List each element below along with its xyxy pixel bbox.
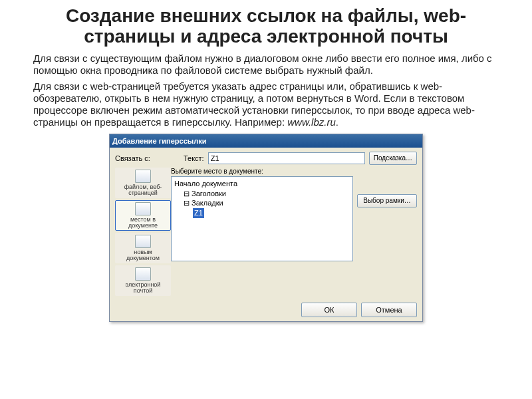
link-to-sidebar: файлом, веб-страницей местом в документе…	[115, 168, 167, 296]
tree-bookmarks[interactable]: ⊟ Закладки	[174, 198, 350, 208]
tree-headings[interactable]: ⊟ Заголовки	[174, 189, 350, 199]
sidebar-item-file-web[interactable]: файлом, веб-страницей	[115, 168, 171, 198]
text-input[interactable]: Z1	[208, 152, 365, 164]
document-target-icon	[135, 202, 151, 215]
sidebar-item-new-document[interactable]: новым документом	[115, 233, 171, 263]
envelope-icon	[135, 267, 151, 281]
link-to-label: Связать с:	[115, 154, 150, 162]
cancel-button[interactable]: Отмена	[361, 303, 417, 317]
tree-bookmark-z1[interactable]: Z1	[174, 208, 350, 218]
text-label: Текст:	[184, 154, 204, 162]
hyperlink-dialog: Добавление гиперссылки Связать с: Текст:…	[109, 134, 423, 322]
tree-root[interactable]: Начало документа	[174, 179, 350, 189]
new-document-icon	[135, 235, 151, 248]
sidebar-item-email[interactable]: электронной почтой	[115, 265, 171, 296]
hint-button[interactable]: Подсказка…	[369, 152, 417, 165]
paragraph-2-text: Для связи с web-страницей требуется указ…	[33, 80, 475, 128]
paragraph-2: Для связи с web-страницей требуется указ…	[33, 80, 499, 128]
globe-page-icon	[135, 170, 151, 183]
dialog-title: Добавление гиперссылки	[112, 137, 206, 145]
frame-select-button[interactable]: Выбор рамки…	[357, 194, 417, 207]
ok-button[interactable]: ОК	[301, 303, 357, 317]
document-tree[interactable]: Начало документа ⊟ Заголовки ⊟ Закладки …	[171, 176, 353, 261]
dialog-titlebar: Добавление гиперссылки	[110, 134, 422, 148]
paragraph-1: Для связи с существующим файлом нужно в …	[33, 53, 499, 76]
slide-title: Создание внешних ссылок на файлы, web-ст…	[33, 5, 499, 47]
sidebar-item-place-in-doc[interactable]: местом в документе	[115, 200, 171, 231]
example-url: www.lbz.ru	[287, 116, 336, 128]
select-place-label: Выберите место в документе:	[171, 168, 353, 175]
